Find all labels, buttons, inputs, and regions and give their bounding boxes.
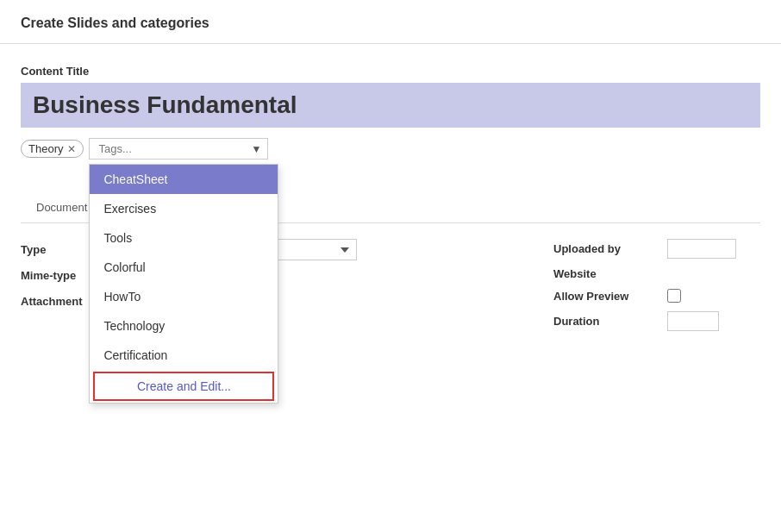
content-title-label: Content Title <box>21 65 760 78</box>
dropdown-item-tools[interactable]: Tools <box>90 223 278 253</box>
dropdown-item-technology[interactable]: Technology <box>90 311 278 341</box>
tags-dropdown-menu: CheatSheet Exercises Tools Colorful HowT… <box>89 164 278 404</box>
tag-label: Theory <box>28 142 63 155</box>
uploaded-by-label: Uploaded by <box>553 242 657 255</box>
tags-input[interactable] <box>89 138 268 160</box>
uploaded-by-input[interactable] <box>667 239 736 259</box>
duration-label: Duration <box>553 315 657 328</box>
dropdown-item-certification[interactable]: Certification <box>90 341 278 370</box>
duration-input[interactable] <box>667 311 719 331</box>
tag-theory: Theory ✕ <box>21 140 84 158</box>
dropdown-item-create-edit[interactable]: Create and Edit... <box>93 372 274 401</box>
tag-remove-icon[interactable]: ✕ <box>67 143 76 155</box>
tags-dropdown-wrapper[interactable]: ▼ CheatSheet Exercises Tools Colorful Ho… <box>89 138 268 160</box>
dropdown-item-colorful[interactable]: Colorful <box>90 253 278 282</box>
page-title: Create Slides and categories <box>21 16 760 31</box>
allow-preview-label: Allow Preview <box>553 290 657 303</box>
allow-preview-checkbox[interactable] <box>667 289 681 303</box>
content-title-input[interactable] <box>21 83 760 128</box>
dropdown-item-exercises[interactable]: Exercises <box>90 194 278 223</box>
dropdown-item-howto[interactable]: HowTo <box>90 282 278 311</box>
website-label: Website <box>553 267 657 280</box>
dropdown-item-cheatsheet[interactable]: CheatSheet <box>90 165 278 194</box>
